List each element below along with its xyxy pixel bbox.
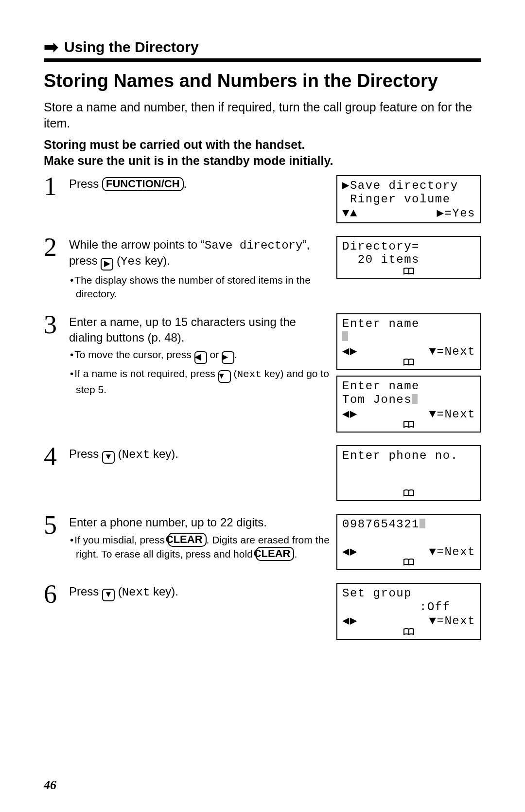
step-6-body: Press ▼ (Next key). (69, 583, 336, 601)
book-icon (402, 420, 415, 429)
book-icon (402, 628, 415, 636)
step-number: 3 (44, 311, 69, 338)
lcd-screen-3b: Enter name Tom Jones ◀▶ ▼=Next (336, 376, 481, 433)
arrow-right-icon: ➡ (44, 40, 58, 54)
page-title: Storing Names and Numbers in the Directo… (44, 71, 481, 91)
book-icon (402, 558, 415, 567)
section-header: ➡ Using the Directory (44, 39, 481, 55)
step-number: 2 (44, 234, 69, 260)
lcd-screen-6: Set group :Off ◀▶ ▼=Next (336, 583, 481, 640)
step-2-note: The display shows the number of stored i… (69, 273, 330, 300)
cursor-icon (420, 519, 425, 528)
lcd-screen-4: Enter phone no. (336, 445, 481, 501)
step-number: 1 (44, 173, 69, 199)
book-icon (402, 267, 415, 276)
step-number: 4 (44, 443, 69, 469)
left-arrow-key-icon: ◀ (194, 351, 207, 364)
lcd-screen-5: 0987654321 ◀▶ ▼=Next (336, 514, 481, 571)
intro-bold: Storing must be carried out with the han… (44, 137, 481, 168)
step-2: 2 While the arrow points to “Save direct… (44, 236, 481, 301)
function-ch-key: FUNCTION/CH (102, 177, 184, 191)
step-number: 6 (44, 581, 69, 607)
lcd-screen-3a: Enter name ◀▶ ▼=Next (336, 313, 481, 370)
step-3-note-1: To move the cursor, press ◀ or ▶. (69, 348, 330, 364)
cursor-icon (342, 331, 348, 341)
step-3: 3 Enter a name, up to 15 characters usin… (44, 313, 481, 433)
step-3-body: Enter a name, up to 15 characters using … (69, 313, 336, 397)
lcd-screen-2: Directory= 20 items (336, 236, 481, 279)
step-5: 5 Enter a phone number, up to 22 digits.… (44, 514, 481, 571)
step-4-body: Press ▼ (Next key). (69, 445, 336, 464)
book-icon (402, 489, 415, 498)
cursor-icon (412, 394, 418, 404)
intro-text: Store a name and number, then if require… (44, 99, 481, 131)
down-arrow-key-icon: ▼ (102, 451, 115, 464)
down-arrow-key-icon: ▼ (102, 589, 115, 601)
lcd-screen-1: ▶Save directory Ringer volume ▼▲ ▶=Yes (336, 175, 481, 223)
right-arrow-key-icon: ▶ (101, 258, 113, 271)
step-5-note: If you misdial, press CLEAR. Digits are … (69, 533, 330, 561)
step-6: 6 Press ▼ (Next key). Set group :Off ◀▶ … (44, 583, 481, 640)
down-arrow-key-icon: ▼ (218, 370, 231, 383)
step-1: 1 Press FUNCTION/CH. ▶Save directory Rin… (44, 175, 481, 223)
step-4: 4 Press ▼ (Next key). Enter phone no. (44, 445, 481, 501)
section-title: Using the Directory (64, 39, 199, 55)
step-1-body: Press FUNCTION/CH. (69, 175, 336, 192)
book-icon (402, 358, 415, 367)
step-2-body: While the arrow points to “Save director… (69, 236, 336, 301)
clear-key: CLEAR (168, 533, 207, 547)
step-number: 5 (44, 512, 69, 538)
right-arrow-key-icon: ▶ (222, 351, 234, 364)
step-5-body: Enter a phone number, up to 22 digits. I… (69, 514, 336, 561)
clear-key: CLEAR (256, 547, 295, 561)
step-3-note-2: If a name is not required, press ▼ (Next… (69, 367, 330, 397)
divider (44, 58, 481, 62)
